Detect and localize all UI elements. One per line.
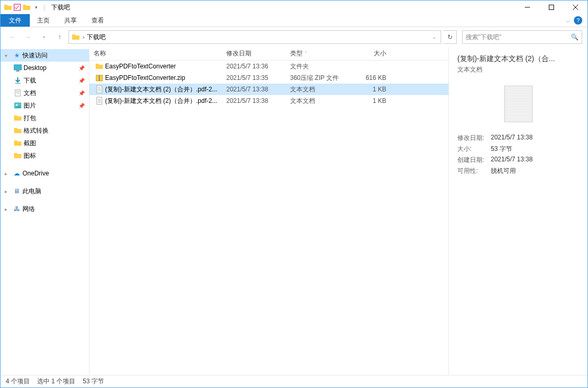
col-date[interactable]: 修改日期 (226, 49, 290, 58)
status-bar: 4 个项目 选中 1 个项目 53 字节 (1, 375, 587, 387)
file-row[interactable]: (复制)-新建文本文档 (2)（合并）.pdf-2... 2021/5/7 13… (89, 95, 448, 107)
qat-open-icon[interactable] (22, 3, 31, 11)
caret-down-icon[interactable]: ▾ (5, 53, 11, 58)
refresh-button[interactable]: ↻ (443, 30, 457, 44)
sidebar-item-label: 下载 (24, 76, 36, 85)
file-date: 2021/5/7 13:35 (226, 74, 290, 81)
sidebar-item[interactable]: 下载📌 (1, 74, 89, 87)
sidebar-item-label: 文档 (24, 89, 36, 98)
window-title: 下载吧 (51, 3, 70, 12)
sidebar-item[interactable]: 文档📌 (1, 87, 89, 99)
help-icon[interactable]: ? (574, 16, 582, 25)
file-type: 文本文档 (290, 85, 353, 94)
column-headers: 名称 修改日期 类型˄ 大小 (89, 47, 448, 61)
nav-network[interactable]: ▸ 🖧 网络 (1, 203, 89, 215)
ribbon-home-tab[interactable]: 主页 (30, 14, 57, 27)
recent-dropdown[interactable]: ▾ (37, 30, 51, 44)
address-folder-icon (71, 32, 80, 42)
file-size: 1 KB (353, 97, 395, 104)
forward-button[interactable]: → (21, 30, 35, 44)
sidebar-item[interactable]: 图片📌 (1, 99, 89, 112)
nav-onedrive[interactable]: ▸ ☁ OneDrive (1, 167, 89, 180)
ribbon-file-tab[interactable]: 文件 (1, 14, 30, 27)
svg-rect-5 (14, 65, 21, 70)
search-placeholder: 搜索"下载吧" (466, 33, 571, 42)
address-folder-name[interactable]: 下载吧 (87, 33, 429, 42)
pin-icon: 📌 (78, 78, 85, 84)
item-icon (13, 139, 22, 147)
file-list: 名称 修改日期 类型˄ 大小 EasyPDFtoTextConverter 20… (89, 47, 448, 375)
qat-dropdown-icon[interactable]: ▾ (32, 3, 40, 11)
file-type: 文本文档 (290, 97, 353, 105)
file-type: 文件夹 (290, 62, 353, 71)
file-icon (94, 74, 105, 82)
qat-properties-icon[interactable] (13, 3, 21, 11)
thispc-icon: 🖥 (12, 187, 21, 195)
caret-right-icon[interactable]: ▸ (5, 189, 11, 194)
close-button[interactable] (563, 1, 587, 14)
nav-thispc[interactable]: ▸ 🖥 此电脑 (1, 185, 89, 197)
file-date: 2021/5/7 13:36 (226, 63, 290, 70)
file-row[interactable]: EasyPDFtoTextConverter 2021/5/7 13:36 文件… (89, 61, 448, 72)
back-button[interactable]: ← (6, 30, 19, 44)
navigation-tree[interactable]: ▾ ★ 快速访问 Desktop📌下载📌文档📌图片📌打包格式转换截图图标 ▸ ☁… (1, 47, 89, 375)
pin-icon: 📌 (78, 103, 85, 109)
ribbon-view-tab[interactable]: 查看 (84, 14, 111, 27)
svg-rect-6 (16, 70, 19, 72)
file-row[interactable]: EasyPDFtoTextConverter.zip 2021/5/7 13:3… (89, 72, 448, 84)
navigation-row: ← → ▾ ↑ › 下载吧 ⌵ ↻ 搜索"下载吧" 🔍 (1, 27, 587, 47)
address-dropdown-icon[interactable]: ⌵ (429, 34, 439, 40)
nav-label: 此电脑 (22, 187, 41, 196)
sidebar-item[interactable]: 图标 (1, 149, 89, 162)
sort-asc-icon: ˄ (305, 51, 307, 56)
caret-right-icon[interactable]: ▸ (5, 206, 11, 212)
file-size: 616 KB (353, 74, 395, 81)
file-name: EasyPDFtoTextConverter.zip (105, 74, 226, 81)
nav-quick-access[interactable]: ▾ ★ 快速访问 (1, 49, 89, 62)
svg-rect-14 (99, 75, 100, 81)
file-icon (94, 62, 105, 70)
meta-created-key: 创建日期: (457, 156, 488, 164)
preview-pane: (复制)-新建文本文档 (2)（合... 文本文档 修改日期: 2021/5/7… (448, 47, 587, 375)
sidebar-item[interactable]: 打包 (1, 112, 89, 124)
sidebar-item[interactable]: Desktop📌 (1, 62, 89, 74)
ribbon-share-tab[interactable]: 共享 (57, 14, 84, 27)
ribbon-expand-icon[interactable]: ⌵ (566, 17, 570, 24)
up-button[interactable]: ↑ (53, 30, 66, 44)
meta-size-key: 大小: (457, 145, 488, 154)
file-row[interactable]: (复制)-新建文本文档 (2)（合并）.pdf-2... 2021/5/7 13… (89, 84, 448, 95)
network-icon: 🖧 (12, 205, 21, 213)
meta-created-value: 2021/5/7 13:38 (491, 156, 579, 164)
sidebar-item[interactable]: 格式转换 (1, 124, 89, 137)
ribbon-tabs: 文件 主页 共享 查看 ⌵ ? (1, 14, 587, 27)
preview-thumbnail (504, 86, 533, 122)
nav-label: OneDrive (22, 170, 49, 177)
item-icon (13, 64, 22, 72)
address-bar[interactable]: › 下载吧 ⌵ (68, 30, 441, 44)
status-bytes: 53 字节 (83, 377, 104, 386)
sidebar-item-label: 打包 (24, 114, 36, 123)
col-type[interactable]: 类型˄ (290, 49, 353, 58)
pin-icon: 📌 (78, 90, 85, 96)
nav-label: 网络 (22, 205, 35, 214)
status-count: 4 个项目 (6, 377, 30, 386)
col-name[interactable]: 名称 (94, 49, 226, 58)
col-size[interactable]: 大小 (353, 49, 395, 58)
caret-right-icon[interactable]: ▸ (5, 171, 11, 177)
item-icon (13, 126, 22, 135)
file-date: 2021/5/7 13:38 (226, 97, 290, 104)
file-size: 1 KB (353, 86, 395, 93)
sidebar-item-label: 格式转换 (24, 126, 49, 135)
item-icon (13, 151, 22, 160)
minimize-button[interactable] (515, 1, 539, 14)
file-name: (复制)-新建文本文档 (2)（合并）.pdf-2... (105, 85, 226, 94)
search-box[interactable]: 搜索"下载吧" 🔍 (462, 30, 582, 44)
sidebar-item-label: 截图 (24, 139, 36, 148)
item-icon (13, 77, 22, 84)
sidebar-item-label: Desktop (24, 64, 47, 72)
sidebar-item[interactable]: 截图 (1, 137, 89, 149)
maximize-button[interactable] (539, 1, 563, 14)
file-icon (94, 85, 105, 93)
preview-title: (复制)-新建文本文档 (2)（合... (457, 54, 579, 64)
address-separator: › (83, 33, 85, 41)
